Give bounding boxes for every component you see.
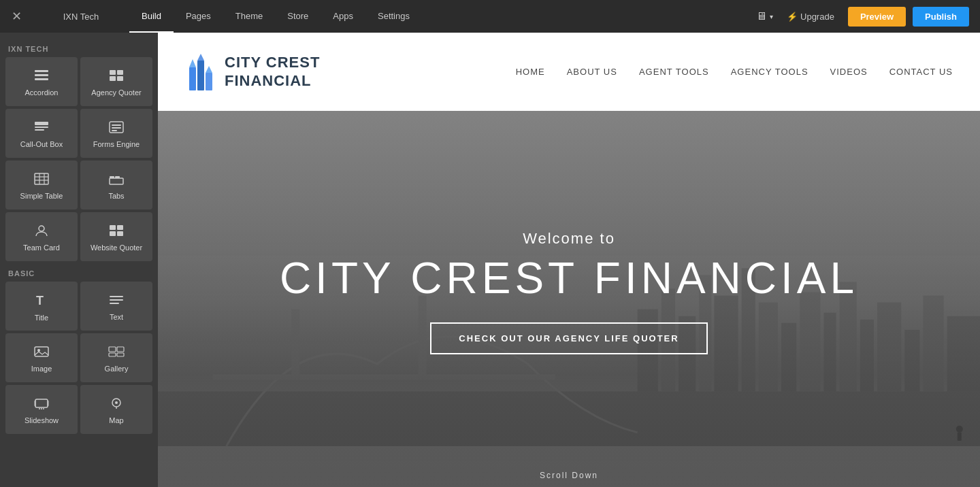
sidebar-item-forms-engine[interactable]: Forms Engine — [80, 109, 152, 158]
publish-button[interactable]: Publish — [913, 7, 969, 27]
sidebar-item-gallery[interactable]: Gallery — [80, 333, 152, 382]
sidebar-item-map[interactable]: Map — [80, 385, 152, 434]
device-selector[interactable]: 🖥 ▾ — [756, 10, 773, 22]
nav-settings[interactable]: Settings — [365, 0, 422, 33]
nav-apps[interactable]: Apps — [321, 0, 365, 33]
sidebar-item-accordion[interactable]: Accordion — [5, 57, 78, 106]
svg-rect-33 — [109, 347, 116, 352]
callout-icon — [33, 120, 50, 136]
team-card-icon — [33, 224, 50, 239]
sidebar-item-text[interactable]: Text — [80, 282, 152, 331]
svg-rect-11 — [112, 124, 121, 126]
callout-label: Call-Out Box — [20, 140, 63, 149]
svg-rect-14 — [35, 173, 48, 184]
top-bar: ✕ IXN Tech Build Pages Theme Store Apps … — [0, 0, 980, 33]
table-label: Simple Table — [20, 192, 63, 201]
site-nav-contact[interactable]: CONTACT US — [889, 67, 953, 77]
svg-rect-26 — [117, 231, 123, 236]
svg-rect-4 — [117, 70, 123, 75]
site-nav-videos[interactable]: VIDEOS — [830, 67, 868, 77]
sidebar-item-team-card[interactable]: Team Card — [5, 212, 78, 261]
svg-rect-8 — [35, 127, 48, 128]
ixntech-grid: Accordion Agency Quoter — [5, 57, 152, 261]
tabs-label: Tabs — [108, 192, 124, 201]
svg-rect-39 — [47, 401, 49, 406]
site-nav-about[interactable]: ABOUT US — [567, 67, 617, 77]
svg-rect-13 — [112, 130, 117, 131]
title-icon: T — [33, 292, 50, 309]
scroll-down-label: Scroll Down — [540, 471, 598, 480]
svg-rect-24 — [117, 225, 123, 230]
team-card-label: Team Card — [23, 244, 60, 252]
svg-point-41 — [41, 408, 42, 409]
slideshow-label: Slideshow — [24, 416, 59, 425]
svg-rect-47 — [197, 61, 204, 90]
svg-rect-2 — [35, 78, 48, 80]
sidebar-item-website-quoter[interactable]: Website Quoter — [80, 212, 152, 261]
sidebar-item-callout-box[interactable]: Call-Out Box — [5, 109, 78, 158]
hero-content: Welcome to CITY CREST FINANCIAL CHECK OU… — [280, 230, 858, 354]
slideshow-icon — [33, 397, 50, 412]
sidebar-item-tabs[interactable]: Tabs — [80, 161, 152, 209]
svg-rect-34 — [117, 347, 124, 352]
svg-rect-37 — [35, 399, 48, 407]
site-logo-icon — [185, 54, 215, 90]
hero-subtitle: Welcome to — [280, 230, 858, 248]
svg-rect-35 — [109, 353, 116, 356]
site-header: CITY CREST FINANCIAL HOME ABOUT US AGENT… — [158, 33, 980, 111]
close-button[interactable]: ✕ — [0, 0, 33, 33]
svg-point-42 — [43, 408, 44, 409]
svg-rect-38 — [34, 401, 36, 406]
nav-theme[interactable]: Theme — [223, 0, 275, 33]
sidebar-item-slideshow[interactable]: Slideshow — [5, 385, 78, 434]
svg-point-44 — [115, 401, 118, 404]
accordion-label: Accordion — [25, 88, 59, 97]
svg-rect-23 — [110, 225, 116, 230]
site-nav-home[interactable]: HOME — [516, 67, 545, 77]
top-bar-right: 🖥 ▾ ⚡ Upgrade Preview Publish — [756, 7, 980, 27]
monitor-icon: 🖥 — [756, 10, 767, 22]
text-icon — [108, 293, 125, 309]
sidebar-section-basic: BASIC — [5, 264, 152, 282]
agency-quoter-icon — [108, 69, 125, 84]
svg-rect-46 — [189, 67, 196, 90]
svg-rect-21 — [110, 178, 123, 184]
sidebar-item-title[interactable]: T Title — [5, 282, 78, 331]
gallery-label: Gallery — [105, 365, 129, 373]
svg-rect-3 — [110, 70, 116, 75]
svg-rect-6 — [117, 76, 123, 81]
nav-build[interactable]: Build — [129, 0, 174, 33]
sidebar-section-ixntech: IXN TECH — [5, 39, 152, 57]
upgrade-button[interactable]: ⚡ Upgrade — [780, 12, 840, 22]
svg-rect-48 — [206, 73, 212, 90]
forms-icon — [108, 120, 125, 136]
svg-marker-51 — [206, 66, 212, 73]
map-label: Map — [109, 416, 123, 425]
logo-line1: CITY CREST — [225, 54, 320, 71]
nav-pages[interactable]: Pages — [174, 0, 223, 33]
nav-store[interactable]: Store — [275, 0, 321, 33]
basic-grid: T Title Text — [5, 282, 152, 434]
site-logo: CITY CREST FINANCIAL — [185, 54, 320, 90]
svg-marker-50 — [197, 54, 204, 61]
svg-rect-31 — [35, 347, 48, 356]
sidebar-item-agency-quoter[interactable]: Agency Quoter — [80, 57, 152, 106]
sidebar-item-image[interactable]: Image — [5, 333, 78, 382]
left-sidebar: IXN TECH Accordion — [0, 33, 158, 487]
title-label: Title — [35, 314, 48, 322]
preview-button[interactable]: Preview — [848, 7, 906, 27]
text-label: Text — [110, 313, 123, 322]
svg-rect-7 — [35, 122, 48, 125]
top-nav: Build Pages Theme Store Apps Settings — [129, 0, 756, 33]
hero-cta-button[interactable]: CHECK OUT OUR AGENCY LIFE QUOTER — [430, 322, 707, 354]
svg-marker-49 — [189, 59, 196, 67]
accordion-icon — [33, 69, 50, 84]
svg-rect-29 — [110, 299, 123, 301]
svg-rect-1 — [35, 74, 48, 76]
sidebar-item-simple-table[interactable]: Simple Table — [5, 161, 78, 209]
site-nav-agency-tools[interactable]: AGENCY TOOLS — [731, 67, 808, 77]
app-title: IXN Tech — [33, 12, 129, 22]
site-nav-agent-tools[interactable]: AGENT TOOLS — [639, 67, 709, 77]
device-chevron-icon: ▾ — [770, 13, 773, 20]
agency-quoter-label: Agency Quoter — [91, 88, 141, 97]
